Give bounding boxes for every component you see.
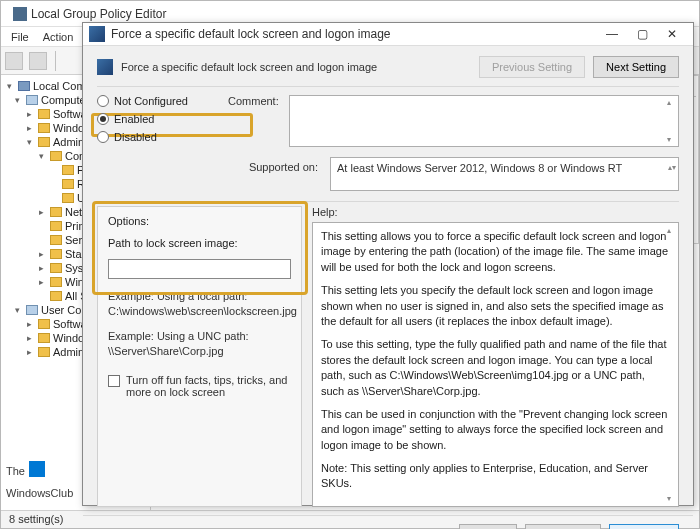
toolbar-back-icon[interactable] bbox=[5, 52, 23, 70]
scroll-up-icon[interactable]: ▴ bbox=[662, 98, 676, 107]
radio-disabled[interactable]: Disabled bbox=[97, 131, 212, 143]
scroll-down-icon[interactable]: ▾ bbox=[662, 493, 676, 504]
policy-dialog: Force a specific default lock screen and… bbox=[82, 22, 694, 506]
options-pane: Options: Path to lock screen image: Exam… bbox=[97, 206, 302, 507]
dialog-header: Force a specific default lock screen and… bbox=[83, 46, 693, 86]
help-paragraph: To use this setting, type the fully qual… bbox=[321, 337, 670, 399]
watermark: The WindowsClub bbox=[6, 457, 73, 501]
ok-button[interactable]: OK bbox=[459, 524, 517, 529]
dialog-titlebar[interactable]: Force a specific default lock screen and… bbox=[83, 23, 693, 46]
comment-textarea[interactable]: ▴▾ bbox=[289, 95, 679, 147]
help-textbox[interactable]: This setting allows you to force a speci… bbox=[312, 222, 679, 507]
supported-on-text: At least Windows Server 2012, Windows 8 … bbox=[337, 162, 622, 174]
state-radio-group: Not Configured Enabled Disabled bbox=[97, 95, 212, 191]
path-input[interactable] bbox=[108, 259, 291, 279]
minimize-button[interactable]: — bbox=[597, 23, 627, 45]
toolbar-forward-icon[interactable] bbox=[29, 52, 47, 70]
options-label: Options: bbox=[108, 215, 291, 227]
policy-icon bbox=[89, 26, 105, 42]
toolbar-separator bbox=[55, 51, 56, 71]
checkbox-icon[interactable] bbox=[108, 375, 120, 387]
path-label: Path to lock screen image: bbox=[108, 237, 291, 249]
menu-action[interactable]: Action bbox=[37, 29, 80, 45]
scroll-down-icon[interactable]: ▾ bbox=[672, 163, 676, 172]
help-paragraph: This can be used in conjunction with the… bbox=[321, 407, 670, 453]
dialog-title-text: Force a specific default lock screen and… bbox=[111, 27, 597, 41]
dialog-button-row: OK Cancel Apply bbox=[83, 515, 693, 529]
scroll-up-icon[interactable]: ▴ bbox=[662, 225, 676, 236]
help-paragraph: Note: This setting only applies to Enter… bbox=[321, 461, 670, 492]
supported-on-label: Supported on: bbox=[228, 157, 318, 173]
help-paragraph: This setting allows you to force a speci… bbox=[321, 229, 670, 275]
example-local: Example: Using a local path: C:\windows\… bbox=[108, 289, 291, 319]
close-button[interactable]: ✕ bbox=[657, 23, 687, 45]
apply-button[interactable]: Apply bbox=[609, 524, 679, 529]
help-paragraph: This setting lets you specify the defaul… bbox=[321, 283, 670, 329]
radio-not-configured[interactable]: Not Configured bbox=[97, 95, 212, 107]
next-setting-button[interactable]: Next Setting bbox=[593, 56, 679, 78]
policy-header-icon bbox=[97, 59, 113, 75]
maximize-button[interactable]: ▢ bbox=[627, 23, 657, 45]
comment-label: Comment: bbox=[228, 95, 279, 147]
status-text: 8 setting(s) bbox=[9, 513, 63, 525]
example-unc: Example: Using a UNC path: \\Server\Shar… bbox=[108, 329, 291, 359]
help-pane: Help: This setting allows you to force a… bbox=[312, 206, 679, 507]
help-label: Help: bbox=[312, 206, 679, 218]
gpedit-app-icon bbox=[13, 7, 27, 21]
menu-file[interactable]: File bbox=[5, 29, 35, 45]
policy-name: Force a specific default lock screen and… bbox=[121, 61, 471, 73]
windows-logo-icon bbox=[29, 461, 45, 477]
cancel-button[interactable]: Cancel bbox=[525, 524, 601, 529]
turn-off-funfacts-checkbox[interactable]: Turn off fun facts, tips, tricks, and mo… bbox=[108, 374, 291, 398]
radio-enabled[interactable]: Enabled bbox=[97, 113, 212, 125]
scroll-down-icon[interactable]: ▾ bbox=[662, 135, 676, 144]
gpedit-title-text: Local Group Policy Editor bbox=[31, 7, 166, 21]
previous-setting-button[interactable]: Previous Setting bbox=[479, 56, 585, 78]
supported-on-box: At least Windows Server 2012, Windows 8 … bbox=[330, 157, 679, 191]
